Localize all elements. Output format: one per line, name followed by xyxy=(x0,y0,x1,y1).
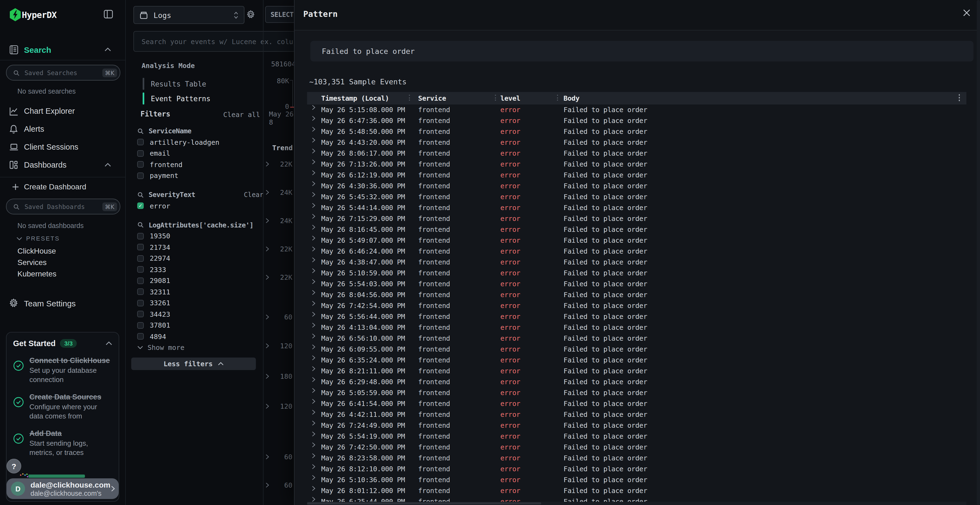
sidebar-item-search[interactable]: Search xyxy=(0,44,125,55)
col-body[interactable]: Body xyxy=(563,94,579,102)
filter-clear-button[interactable]: Clear xyxy=(244,191,264,199)
checkbox-unchecked[interactable] xyxy=(137,255,144,262)
sidebar-item-chart-explorer[interactable]: Chart Explorer xyxy=(0,106,125,116)
checkbox-unchecked[interactable] xyxy=(137,233,144,240)
pattern-row-peek[interactable]: 22K xyxy=(265,273,293,281)
table-row[interactable]: May 26 5:54:19.000 PMfrontenderrorFailed… xyxy=(307,431,966,442)
table-row[interactable]: May 26 5:10:36.000 PMfrontenderrorFailed… xyxy=(307,475,966,485)
kebab-menu-icon[interactable] xyxy=(958,94,960,101)
sidebar-preset-item[interactable]: Kubernetes xyxy=(18,268,56,280)
table-row[interactable]: May 26 6:47:36.000 PMfrontenderrorFailed… xyxy=(307,115,966,126)
table-row[interactable]: May 26 7:42:50.000 PMfrontenderrorFailed… xyxy=(307,442,966,453)
filter-checkbox-row[interactable]: 2333 xyxy=(137,264,264,275)
get-started-step[interactable]: Add Data Start sending logs, metrics, or… xyxy=(13,429,112,457)
vertical-scrollbar[interactable] xyxy=(977,0,980,505)
mode-event-patterns[interactable]: Event Patterns xyxy=(143,91,257,106)
less-filters-button[interactable]: Less filters xyxy=(131,357,256,370)
mode-results-table[interactable]: Results Table xyxy=(143,77,257,91)
pattern-row-peek[interactable]: 120 xyxy=(265,402,293,410)
user-menu[interactable]: D dale@clickhouse.com dale@clickhouse.co… xyxy=(6,478,119,499)
table-row[interactable]: May 26 5:49:07.000 PMfrontenderrorFailed… xyxy=(307,235,966,246)
saved-dashboards-field[interactable] xyxy=(24,202,102,211)
horizontal-scrollbar[interactable] xyxy=(307,502,966,505)
chevron-up-icon[interactable] xyxy=(106,341,112,346)
column-resize-handle[interactable] xyxy=(495,95,496,101)
filter-checkbox-row[interactable]: error xyxy=(137,200,264,211)
checkbox-unchecked[interactable] xyxy=(137,322,144,329)
checkbox-unchecked[interactable] xyxy=(137,333,144,340)
table-row[interactable]: May 26 6:56:10.000 PMfrontenderrorFailed… xyxy=(307,333,966,344)
get-started-step[interactable]: Create Data Sources Configure where your… xyxy=(13,392,112,421)
table-row[interactable]: May 26 4:30:36.000 PMfrontenderrorFailed… xyxy=(307,181,966,192)
pattern-row-peek[interactable]: 60 xyxy=(265,313,293,321)
checkbox-unchecked[interactable] xyxy=(137,161,144,168)
table-row[interactable]: May 26 5:56:44.000 PMfrontenderrorFailed… xyxy=(307,311,966,322)
filter-checkbox-row[interactable]: 32311 xyxy=(137,286,264,297)
source-settings-gear-icon[interactable] xyxy=(246,10,255,19)
checkbox-unchecked[interactable] xyxy=(137,278,144,284)
table-row[interactable]: May 26 4:38:47.000 PMfrontenderrorFailed… xyxy=(307,257,966,268)
presets-toggle[interactable]: PRESETS xyxy=(16,235,60,241)
col-timestamp[interactable]: Timestamp (Local) xyxy=(321,94,389,102)
filter-checkbox-row[interactable]: 19350 xyxy=(137,230,264,241)
pattern-row-peek[interactable]: 24K xyxy=(265,217,293,225)
checkbox-unchecked[interactable] xyxy=(137,300,144,306)
filter-checkbox-row[interactable]: email xyxy=(137,148,264,159)
table-row[interactable]: May 26 4:43:20.000 PMfrontenderrorFailed… xyxy=(307,137,966,148)
table-row[interactable]: May 26 6:29:48.000 PMfrontenderrorFailed… xyxy=(307,376,966,387)
pattern-row-peek[interactable]: 60 xyxy=(265,481,293,489)
table-row[interactable]: May 26 7:24:49.000 PMfrontenderrorFailed… xyxy=(307,420,966,431)
table-row[interactable]: May 26 8:06:17.000 PMfrontenderrorFailed… xyxy=(307,148,966,159)
table-row[interactable]: May 26 6:12:19.000 PMfrontenderrorFailed… xyxy=(307,170,966,181)
help-button[interactable]: ? xyxy=(6,459,21,473)
sidebar-item-alerts[interactable]: Alerts xyxy=(0,124,125,134)
show-more-button[interactable]: Show more xyxy=(137,342,264,353)
sidebar-preset-item[interactable]: ClickHouse xyxy=(18,245,56,257)
filter-checkbox-row[interactable]: 21734 xyxy=(137,241,264,253)
table-row[interactable]: May 26 6:09:55.000 PMfrontenderrorFailed… xyxy=(307,344,966,355)
table-row[interactable]: May 26 7:42:54.000 PMfrontenderrorFailed… xyxy=(307,300,966,311)
table-row[interactable]: May 26 5:15:08.000 PMfrontenderrorFailed… xyxy=(307,105,966,115)
pattern-row-peek[interactable]: 120 xyxy=(265,342,293,350)
filter-checkbox-row[interactable]: 4894 xyxy=(137,331,264,342)
table-row[interactable]: May 26 6:46:24.000 PMfrontenderrorFailed… xyxy=(307,246,966,257)
sidebar-item-team-settings[interactable]: Team Settings xyxy=(0,298,125,308)
table-row[interactable]: May 26 4:13:04.000 PMfrontenderrorFailed… xyxy=(307,322,966,333)
filter-checkbox-row[interactable]: 37801 xyxy=(137,320,264,331)
filter-checkbox-row[interactable]: frontend xyxy=(137,159,264,170)
sidebar-item-dashboards[interactable]: Dashboards xyxy=(0,159,125,170)
col-service[interactable]: Service xyxy=(418,94,446,102)
filter-checkbox-row[interactable]: artillery-loadgen xyxy=(137,137,264,148)
table-row[interactable]: May 26 5:10:59.000 PMfrontenderrorFailed… xyxy=(307,268,966,279)
filter-checkbox-row[interactable]: 33261 xyxy=(137,297,264,308)
checkbox-unchecked[interactable] xyxy=(137,173,144,179)
filter-checkbox-row[interactable]: 29081 xyxy=(137,275,264,286)
pattern-row-peek[interactable]: 180 xyxy=(265,372,293,380)
sidebar-item-client-sessions[interactable]: Client Sessions xyxy=(0,141,125,152)
saved-searches-field[interactable] xyxy=(24,68,102,77)
filter-checkbox-row[interactable]: payment xyxy=(137,170,264,181)
checkbox-unchecked[interactable] xyxy=(137,244,144,251)
pattern-row-peek[interactable]: 22K xyxy=(265,160,293,168)
source-select[interactable]: Logs xyxy=(134,6,245,24)
create-dashboard-button[interactable]: Create Dashboard xyxy=(0,181,125,192)
table-row[interactable]: May 26 8:04:56.000 PMfrontenderrorFailed… xyxy=(307,289,966,300)
checkbox-unchecked[interactable] xyxy=(137,311,144,318)
saved-dashboards-input[interactable]: ⌘K xyxy=(6,199,120,214)
col-level[interactable]: level xyxy=(500,94,520,102)
table-row[interactable]: May 26 4:42:11.000 PMfrontenderrorFailed… xyxy=(307,409,966,420)
clear-all-button[interactable]: Clear all xyxy=(223,110,260,119)
column-resize-handle[interactable] xyxy=(557,95,558,101)
close-icon[interactable] xyxy=(963,9,971,17)
checkbox-checked[interactable] xyxy=(137,203,144,209)
checkbox-unchecked[interactable] xyxy=(137,150,144,157)
panel-toggle-icon[interactable] xyxy=(103,9,113,19)
table-row[interactable]: May 26 5:05:59.000 PMfrontenderrorFailed… xyxy=(307,387,966,399)
table-row[interactable]: May 26 8:01:12.000 PMfrontenderrorFailed… xyxy=(307,485,966,496)
table-row[interactable]: May 26 7:13:26.000 PMfrontenderrorFailed… xyxy=(307,159,966,170)
table-row[interactable]: May 26 8:23:58.000 PMfrontenderrorFailed… xyxy=(307,453,966,464)
table-row[interactable]: May 26 5:48:50.000 PMfrontenderrorFailed… xyxy=(307,126,966,137)
table-row[interactable]: May 26 5:54:03.000 PMfrontenderrorFailed… xyxy=(307,279,966,289)
filter-checkbox-row[interactable]: 22974 xyxy=(137,253,264,264)
checkbox-unchecked[interactable] xyxy=(137,266,144,273)
